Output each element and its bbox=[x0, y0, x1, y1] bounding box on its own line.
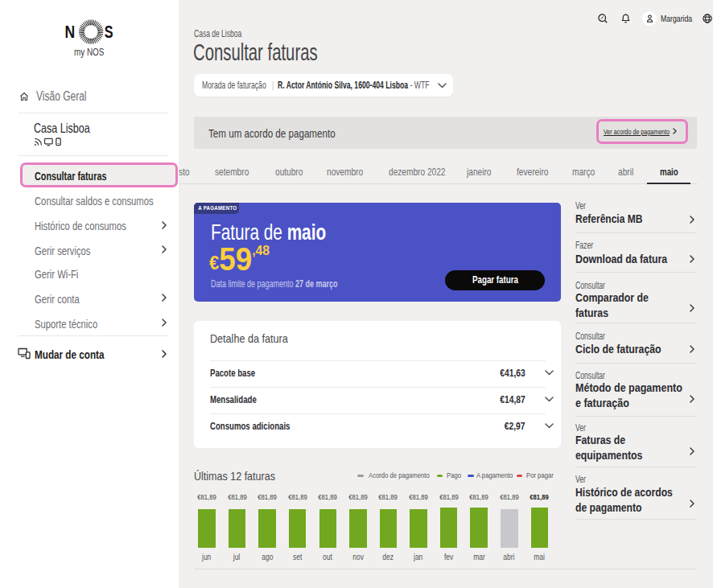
svg-text:N: N bbox=[65, 22, 76, 42]
svg-text:S: S bbox=[105, 22, 113, 42]
